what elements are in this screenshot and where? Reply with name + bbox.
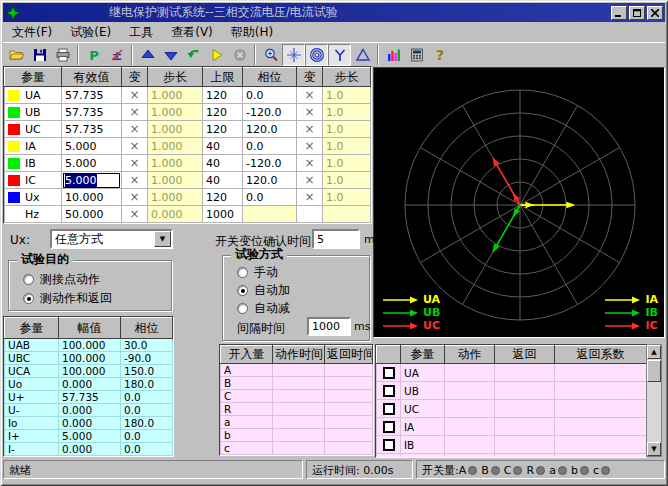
- axes-button[interactable]: [282, 44, 305, 66]
- increase-button[interactable]: [136, 44, 159, 66]
- radio-measure-action-return[interactable]: [23, 293, 34, 304]
- parameter-row[interactable]: UB 57.735 × 1.000 120 -120.0 × 1.0: [5, 104, 371, 121]
- phase-value-cell[interactable]: [243, 206, 297, 223]
- vary-flag-cell[interactable]: ×: [297, 189, 323, 206]
- p-marker-button[interactable]: P: [82, 44, 105, 66]
- step-value-cell[interactable]: 1.0: [323, 189, 371, 206]
- vary-flag-cell[interactable]: ×: [297, 155, 323, 172]
- confirm-time-input[interactable]: [312, 229, 360, 249]
- parameter-row[interactable]: UC 57.735 × 1.000 120 120.0 × 1.0: [5, 121, 371, 138]
- vary-flag-cell[interactable]: ×: [297, 104, 323, 121]
- step-value-cell[interactable]: 1.0: [323, 104, 371, 121]
- upper-limit-cell[interactable]: 120: [203, 87, 243, 104]
- start-button[interactable]: [205, 44, 228, 66]
- undo-button[interactable]: [182, 44, 205, 66]
- effective-value-cell[interactable]: 57.735: [62, 121, 122, 138]
- save-button[interactable]: [28, 44, 51, 66]
- effective-value-cell[interactable]: 57.735: [62, 104, 122, 121]
- step-value-cell[interactable]: 1.0: [323, 121, 371, 138]
- result-row-checkbox[interactable]: [383, 403, 395, 415]
- radio-measure-contact-action[interactable]: [23, 274, 34, 285]
- step-value-cell[interactable]: 1.000: [148, 87, 203, 104]
- vary-flag-cell[interactable]: ×: [122, 206, 148, 223]
- rings-button[interactable]: [305, 44, 328, 66]
- phase-diff-button[interactable]: ±: [105, 44, 128, 66]
- step-value-cell[interactable]: 1.0: [323, 138, 371, 155]
- effective-value-cell[interactable]: 5.000: [62, 172, 122, 189]
- phase-value-cell[interactable]: 0.0: [243, 189, 297, 206]
- phase-value-cell[interactable]: 120.0: [243, 172, 297, 189]
- vary-flag-cell[interactable]: ×: [122, 172, 148, 189]
- upper-limit-cell[interactable]: 120: [203, 189, 243, 206]
- parameter-row[interactable]: UA 57.735 × 1.000 120 0.0 × 1.0: [5, 87, 371, 104]
- menu-file[interactable]: 文件(F): [3, 23, 61, 42]
- effective-value-cell[interactable]: 5.000: [62, 138, 122, 155]
- title-bar[interactable]: 继电保护测试系统--三相交流电压/电流试验: [3, 3, 665, 22]
- result-table-scrollbar[interactable]: ▲ ▼: [646, 344, 662, 457]
- parameter-row[interactable]: Ux 10.000 × 1.000 120 0.0 × 1.0: [5, 189, 371, 206]
- vary-flag-cell[interactable]: [297, 206, 323, 223]
- step-value-cell[interactable]: 1.0: [323, 172, 371, 189]
- effective-value-cell[interactable]: 10.000: [62, 189, 122, 206]
- result-row-checkbox[interactable]: [383, 439, 395, 451]
- vary-flag-cell[interactable]: ×: [297, 138, 323, 155]
- parameter-row[interactable]: IC 5.000 × 1.000 40 120.0 × 1.0: [5, 172, 371, 189]
- menu-view[interactable]: 查看(V): [162, 23, 222, 42]
- vary-flag-cell[interactable]: ×: [122, 87, 148, 104]
- effective-value-cell[interactable]: 50.000: [62, 206, 122, 223]
- vary-flag-cell[interactable]: ×: [122, 155, 148, 172]
- vary-flag-cell[interactable]: ×: [122, 104, 148, 121]
- vary-flag-cell[interactable]: ×: [122, 189, 148, 206]
- phase-value-cell[interactable]: 120.0: [243, 121, 297, 138]
- result-row-checkbox[interactable]: [383, 457, 395, 458]
- scroll-up-button[interactable]: ▲: [647, 345, 661, 359]
- result-row-checkbox[interactable]: [383, 421, 395, 433]
- ux-mode-select[interactable]: 任意方式 ▼: [50, 229, 173, 249]
- step-value-cell[interactable]: 1.0: [323, 87, 371, 104]
- vary-flag-cell[interactable]: ×: [297, 87, 323, 104]
- scroll-down-button[interactable]: ▼: [647, 442, 661, 456]
- effective-value-cell[interactable]: 57.735: [62, 87, 122, 104]
- print-button[interactable]: [51, 44, 74, 66]
- step-value-cell[interactable]: 1.0: [323, 155, 371, 172]
- upper-limit-cell[interactable]: 120: [203, 104, 243, 121]
- result-row-checkbox[interactable]: [383, 367, 395, 379]
- radio-manual[interactable]: [237, 267, 248, 278]
- step-value-cell[interactable]: 1.000: [148, 172, 203, 189]
- maximize-button[interactable]: [629, 6, 645, 20]
- phase-value-cell[interactable]: 0.0: [243, 87, 297, 104]
- result-row-checkbox[interactable]: [383, 385, 395, 397]
- step-value-cell[interactable]: 0.000: [148, 206, 203, 223]
- interval-input[interactable]: [307, 317, 351, 336]
- menu-help[interactable]: 帮助(H): [222, 23, 282, 42]
- step-value-cell[interactable]: [323, 206, 371, 223]
- y-connection-button[interactable]: [328, 44, 351, 66]
- radio-auto-decrease[interactable]: [237, 303, 248, 314]
- scrollbar-thumb[interactable]: [647, 360, 661, 382]
- upper-limit-cell[interactable]: 1000: [203, 206, 243, 223]
- parameter-row[interactable]: IA 5.000 × 1.000 40 0.0 × 1.0: [5, 138, 371, 155]
- vary-flag-cell[interactable]: ×: [122, 121, 148, 138]
- vary-flag-cell[interactable]: ×: [122, 138, 148, 155]
- step-value-cell[interactable]: 1.000: [148, 138, 203, 155]
- radio-auto-increase[interactable]: [237, 285, 248, 296]
- bar-chart-button[interactable]: [382, 44, 405, 66]
- phase-value-cell[interactable]: -120.0: [243, 155, 297, 172]
- chevron-down-icon[interactable]: ▼: [154, 231, 171, 247]
- open-button[interactable]: [5, 44, 28, 66]
- upper-limit-cell[interactable]: 40: [203, 172, 243, 189]
- decrease-button[interactable]: [159, 44, 182, 66]
- step-value-cell[interactable]: 1.000: [148, 121, 203, 138]
- delta-connection-button[interactable]: [351, 44, 374, 66]
- upper-limit-cell[interactable]: 40: [203, 138, 243, 155]
- step-value-cell[interactable]: 1.000: [148, 155, 203, 172]
- phase-value-cell[interactable]: -120.0: [243, 104, 297, 121]
- vary-flag-cell[interactable]: ×: [297, 121, 323, 138]
- help-button[interactable]: ?: [428, 44, 451, 66]
- upper-limit-cell[interactable]: 120: [203, 121, 243, 138]
- calculator-button[interactable]: [405, 44, 428, 66]
- minimize-button[interactable]: [611, 6, 627, 20]
- zoom-button[interactable]: [259, 44, 282, 66]
- menu-test[interactable]: 试验(E): [61, 23, 120, 42]
- close-button[interactable]: [647, 6, 663, 20]
